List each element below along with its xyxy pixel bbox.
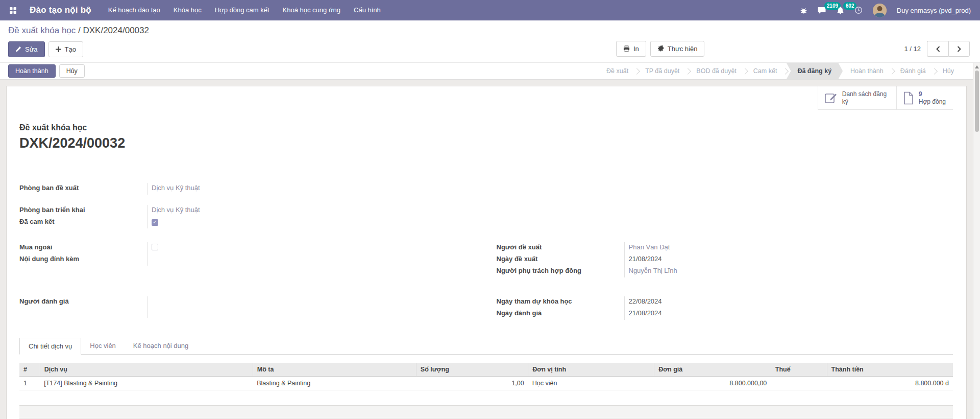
pager-next-button[interactable] <box>948 41 970 57</box>
field-label: Ngày tham dự khóa học <box>497 296 624 305</box>
breadcrumb-separator: / <box>76 26 83 35</box>
tab-chi-tiet-dich-vu[interactable]: Chi tiết dịch vụ <box>19 338 81 355</box>
chevron-left-icon <box>936 46 940 52</box>
form-sheet: Danh sách đăng ký 9 Hợp đồng Đề xuất khó… <box>6 86 967 419</box>
registration-list-label: Danh sách đăng ký <box>842 90 889 105</box>
field-row-phong-ban-trien-khai: Phòng ban triển khai Dịch vụ Kỹ thuật <box>19 205 476 217</box>
field-value-link[interactable]: Dịch vụ Kỹ thuật <box>152 206 200 214</box>
external-purchase-checkbox[interactable] <box>152 244 158 250</box>
apps-grid-icon[interactable] <box>3 0 22 20</box>
sheet-background: Danh sách đăng ký 9 Hợp đồng Đề xuất khó… <box>0 80 980 419</box>
top-menu: Kế hoạch đào tạo Khóa học Hợp đồng cam k… <box>102 0 387 20</box>
cancel-button[interactable]: Hủy <box>59 64 85 78</box>
service-lines-table: # Dịch vụ Mô tả Số lượng Đơn vị tính Đơn… <box>19 363 953 404</box>
menu-configuration[interactable]: Cấu hình <box>347 0 387 20</box>
table-row[interactable]: 1 [T174] Blasting & Painting Blasting & … <box>19 377 953 390</box>
vertical-scrollbar[interactable] <box>973 63 980 419</box>
notifications-bell-icon[interactable]: 602 <box>837 6 844 14</box>
messages-icon[interactable]: 2109 <box>818 6 826 14</box>
tab-ke-hoach-noi-dung[interactable]: Kế hoạch nội dung <box>125 338 197 355</box>
pager-counter: 1 / 12 <box>904 45 921 53</box>
field-value-date: 21/08/2024 <box>629 309 662 317</box>
field-value-link[interactable]: Phan Văn Đạt <box>629 243 670 251</box>
field-row-da-cam-ket: Đã cam kết ✓ <box>19 217 476 228</box>
pencil-icon <box>15 46 21 52</box>
control-panel: Đề xuất khóa học / DXK/2024/00032 Sửa Tạ… <box>0 20 980 63</box>
col-mo-ta[interactable]: Mô tả <box>253 363 416 377</box>
field-row-noi-dung-dinh-kem: Nội dung đính kèm <box>19 254 476 266</box>
col-thanh-tien[interactable]: Thành tiền <box>827 363 953 377</box>
statusbar-step-danh-gia[interactable]: Đánh giá <box>893 63 934 80</box>
field-row-ngay-danh-gia: Ngày đánh giá 21/08/2024 <box>497 308 953 320</box>
col-index[interactable]: # <box>19 363 40 377</box>
activity-clock-icon[interactable] <box>854 6 863 14</box>
user-name[interactable]: Duy enmasys (pvd_prod) <box>897 7 971 14</box>
app-name[interactable]: Đào tạo nội bộ <box>30 5 91 15</box>
col-don-gia[interactable]: Đơn giá <box>654 363 771 377</box>
form-view-area: Hoàn thành Hủy Đề xuất TP đã duyệt BOD đ… <box>0 63 980 419</box>
statusbar-step-tp-da-duyet[interactable]: TP đã duyệt <box>638 63 687 80</box>
scrollbar-up-arrow-icon[interactable] <box>975 65 979 68</box>
print-button[interactable]: In <box>616 41 646 57</box>
field-label: Phòng ban triển khai <box>19 205 147 214</box>
field-label: Phòng ban đề xuất <box>19 183 147 192</box>
menu-courses[interactable]: Khóa học <box>167 0 208 20</box>
user-avatar[interactable] <box>873 4 887 17</box>
field-label: Mua ngoài <box>19 242 147 251</box>
field-row-phong-ban-de-xuat: Phòng ban đề xuất Dịch vụ Kỹ thuật <box>19 183 476 195</box>
tab-hoc-vien[interactable]: Học viên <box>81 338 125 355</box>
committed-checkbox[interactable]: ✓ <box>152 219 158 226</box>
field-value-link[interactable]: Nguyễn Thị Lĩnh <box>629 267 677 274</box>
field-value-link[interactable]: Dịch vụ Kỹ thuật <box>152 184 200 192</box>
col-so-luong[interactable]: Số lượng <box>416 363 528 377</box>
field-value-date: 22/08/2024 <box>629 297 662 305</box>
field-row-mua-ngoai: Mua ngoài <box>19 242 476 254</box>
statusbar-step-hoan-thanh[interactable]: Hoàn thành <box>843 63 891 80</box>
menu-training-plan[interactable]: Kế hoạch đào tạo <box>102 0 167 20</box>
document-icon <box>903 91 914 105</box>
statusbar-step-de-xuat[interactable]: Đề xuất <box>599 63 636 80</box>
done-button[interactable]: Hoàn thành <box>8 64 56 78</box>
statusbar: Đề xuất TP đã duyệt BOD đã duyệt Cam kết… <box>599 63 962 79</box>
debug-bug-icon[interactable] <box>800 7 807 14</box>
scrollbar-thumb[interactable] <box>975 71 979 132</box>
contracts-label: Hợp đồng <box>919 98 946 105</box>
menu-commitment-contract[interactable]: Hợp đồng cam kết <box>208 0 276 20</box>
col-dich-vu[interactable]: Dịch vụ <box>40 363 253 377</box>
field-row-nguoi-danh-gia: Người đánh giá <box>19 296 476 318</box>
create-button[interactable]: Tạo <box>48 41 83 57</box>
field-value-empty <box>147 254 476 266</box>
document-type-label: Đề xuất khóa học <box>19 123 953 132</box>
cell-thanh-tien: 8.800.000 đ <box>827 377 953 390</box>
edit-button[interactable]: Sửa <box>8 41 45 57</box>
registration-list-button[interactable]: Danh sách đăng ký <box>818 86 897 109</box>
breadcrumb-parent-link[interactable]: Đề xuất khóa học <box>8 26 76 35</box>
statusbar-step-bod-da-duyet[interactable]: BOD đã duyệt <box>689 63 744 80</box>
pager-previous-button[interactable] <box>927 41 948 57</box>
col-thue[interactable]: Thuế <box>771 363 827 377</box>
statusbar-step-da-dang-ky-active[interactable]: Đã đăng ký <box>786 63 843 80</box>
field-label: Người đề xuất <box>497 242 624 251</box>
col-don-vi-tinh[interactable]: Đơn vị tính <box>528 363 654 377</box>
menu-supplied-courses[interactable]: Khoá học cung ứng <box>276 0 348 20</box>
field-column-right: Người đề xuất Phan Văn Đạt Ngày đề xuất … <box>497 183 953 320</box>
field-label: Người đánh giá <box>19 296 147 305</box>
chevron-right-icon <box>957 46 961 52</box>
cell-dich-vu: [T174] Blasting & Painting <box>40 377 253 390</box>
field-label: Nội dung đính kèm <box>19 254 147 263</box>
list-footer-strip <box>19 405 953 418</box>
smart-buttons: Danh sách đăng ký 9 Hợp đồng <box>818 86 953 110</box>
contracts-button[interactable]: 9 Hợp đồng <box>897 86 953 109</box>
field-column-left: Phòng ban đề xuất Dịch vụ Kỹ thuật Phòng… <box>19 183 476 320</box>
plus-icon <box>56 46 61 52</box>
document-reference: DXK/2024/00032 <box>19 135 953 151</box>
cell-don-vi-tinh: Học viên <box>528 377 654 390</box>
field-label: Đã cam kết <box>19 217 147 225</box>
statusbar-step-huy[interactable]: Hủy <box>935 63 962 80</box>
cell-so-luong: 1,00 <box>416 377 528 390</box>
field-row-ngay-de-xuat: Ngày đề xuất 21/08/2024 <box>497 254 953 266</box>
action-gear-button[interactable]: Thực hiện <box>650 41 705 57</box>
statusbar-step-cam-ket[interactable]: Cam kết <box>746 63 785 80</box>
table-empty-row <box>19 390 953 404</box>
field-area: Phòng ban đề xuất Dịch vụ Kỹ thuật Phòng… <box>19 183 953 320</box>
